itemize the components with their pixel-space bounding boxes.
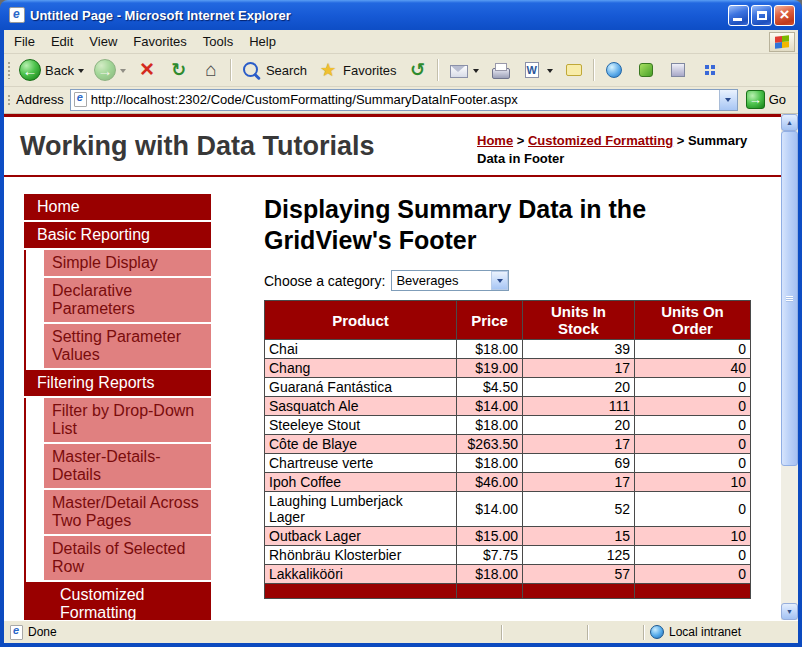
cell-product: Laughing Lumberjack Lager	[265, 492, 457, 527]
cell-product: Chang	[265, 359, 457, 378]
table-row: Guaraná Fantástica$4.50200	[265, 378, 751, 397]
history-button[interactable]	[402, 57, 434, 83]
address-label: Address	[16, 92, 64, 107]
scroll-up-button[interactable]	[781, 114, 798, 131]
menu-tools[interactable]: Tools	[195, 31, 241, 52]
breadcrumb-separator: >	[513, 133, 528, 148]
select-arrow-button[interactable]	[491, 271, 508, 290]
table-row: Outback Lager$15.001510	[265, 527, 751, 546]
globe-icon	[650, 625, 664, 639]
globe-sync-icon	[603, 59, 625, 81]
windows-flag-icon	[775, 35, 789, 48]
sidebar-nav: HomeBasic ReportingSimple DisplayDeclara…	[24, 194, 211, 620]
go-button[interactable]: Go	[744, 90, 794, 109]
address-input[interactable]: http://localhost:2302/Code/CustomFormatt…	[70, 89, 738, 111]
mail-icon	[447, 59, 469, 81]
sidebar-item-details-of-selected-row[interactable]: Details of Selected Row	[44, 536, 211, 582]
stop-button[interactable]	[131, 57, 163, 83]
cell-units-in-stock: 20	[523, 378, 635, 397]
edit-word-icon	[521, 59, 543, 81]
breadcrumb-link-home[interactable]: Home	[477, 133, 513, 148]
cell-units-in-stock: 125	[523, 546, 635, 565]
toolbar: BackSearchFavorites	[4, 54, 798, 87]
cell-units-on-order: 0	[635, 435, 751, 454]
sidebar-item-master-details-details[interactable]: Master-Details-Details	[44, 444, 211, 490]
print-icon	[489, 59, 511, 81]
cell-units-on-order: 10	[635, 527, 751, 546]
mail-button[interactable]	[442, 57, 484, 83]
minimize-button[interactable]	[728, 5, 749, 26]
refresh-button[interactable]	[163, 57, 195, 83]
address-bar: Address http://localhost:2302/Code/Custo…	[4, 87, 798, 114]
apps-grid-icon	[699, 59, 721, 81]
status-bar: Done Local intranet	[4, 620, 798, 643]
title-bar: Untitled Page - Microsoft Internet Explo…	[4, 0, 798, 30]
category-label: Choose a category:	[264, 273, 385, 289]
table-row: Ipoh Coffee$46.001710	[265, 473, 751, 492]
forward-arrow-icon	[94, 59, 116, 81]
chevron-down-icon	[473, 69, 479, 76]
footer-cell-units-on-order	[635, 584, 751, 599]
cell-product: Steeleye Stout	[265, 416, 457, 435]
cell-price: $18.00	[457, 454, 523, 473]
cell-units-in-stock: 17	[523, 473, 635, 492]
menu-help[interactable]: Help	[241, 31, 284, 52]
messenger-icon	[635, 59, 657, 81]
sync-button[interactable]	[598, 57, 630, 83]
menu-favorites[interactable]: Favorites	[125, 31, 194, 52]
table-row: Laughing Lumberjack Lager$14.00520	[265, 492, 751, 527]
category-select[interactable]: Beverages	[391, 270, 509, 291]
address-dropdown-button[interactable]	[719, 90, 737, 110]
edit-button[interactable]	[516, 57, 558, 83]
menu-edit[interactable]: Edit	[43, 31, 81, 52]
back-label: Back	[45, 63, 74, 78]
close-icon	[780, 8, 790, 23]
research-icon	[667, 59, 689, 81]
favorites-button[interactable]: Favorites	[312, 57, 401, 83]
sidebar-item-customized-formatting[interactable]: Customized Formatting	[24, 582, 211, 620]
messenger-button[interactable]	[630, 57, 662, 83]
breadcrumb-link-customized-formatting[interactable]: Customized Formatting	[528, 133, 673, 148]
forward-button[interactable]	[89, 57, 131, 83]
print-button[interactable]	[484, 57, 516, 83]
address-url: http://localhost:2302/Code/CustomFormatt…	[91, 92, 715, 107]
gridview-footer-row	[265, 584, 751, 599]
cell-units-on-order: 0	[635, 565, 751, 584]
search-button[interactable]: Search	[235, 57, 312, 83]
maximize-button[interactable]	[751, 5, 772, 26]
scrollbar-track[interactable]	[781, 131, 798, 603]
chevron-down-icon	[725, 98, 731, 105]
research-button[interactable]	[662, 57, 694, 83]
sidebar-item-home[interactable]: Home	[24, 194, 211, 222]
gridview-header-row: ProductPriceUnits In StockUnits On Order	[265, 301, 751, 340]
cell-price: $7.75	[457, 546, 523, 565]
sidebar-item-setting-parameter-values[interactable]: Setting Parameter Values	[44, 324, 211, 370]
cell-product: Sasquatch Ale	[265, 397, 457, 416]
maximize-icon	[757, 11, 767, 20]
cell-units-on-order: 0	[635, 340, 751, 359]
menu-file[interactable]: File	[6, 31, 43, 52]
sidebar-item-simple-display[interactable]: Simple Display	[44, 250, 211, 278]
back-button[interactable]: Back	[14, 57, 89, 83]
cell-units-in-stock: 57	[523, 565, 635, 584]
home-button[interactable]	[195, 57, 227, 83]
vertical-scrollbar[interactable]	[781, 114, 798, 620]
sidebar-item-filtering-reports[interactable]: Filtering Reports	[24, 370, 211, 398]
home-icon	[200, 59, 222, 81]
sidebar-item-basic-reporting[interactable]: Basic Reporting	[24, 222, 211, 250]
close-button[interactable]	[774, 5, 795, 26]
apps-button[interactable]	[694, 57, 726, 83]
web-page: Working with Data Tutorials Home > Custo…	[4, 114, 781, 620]
sidebar-item-declarative-parameters[interactable]: Declarative Parameters	[44, 278, 211, 324]
security-zone-label: Local intranet	[669, 625, 741, 639]
breadcrumb-separator: >	[673, 133, 688, 148]
menu-bar: FileEditViewFavoritesToolsHelp	[4, 30, 798, 54]
scrollbar-thumb[interactable]	[781, 131, 798, 466]
sidebar-item-master-detail-across-two-pages[interactable]: Master/Detail Across Two Pages	[44, 490, 211, 536]
sidebar-item-filter-by-drop-down-list[interactable]: Filter by Drop-Down List	[44, 398, 211, 444]
menu-view[interactable]: View	[81, 31, 125, 52]
scroll-down-button[interactable]	[781, 603, 798, 620]
footer-cell-product	[265, 584, 457, 599]
discuss-button[interactable]	[558, 57, 590, 83]
chevron-down-icon	[547, 69, 553, 76]
